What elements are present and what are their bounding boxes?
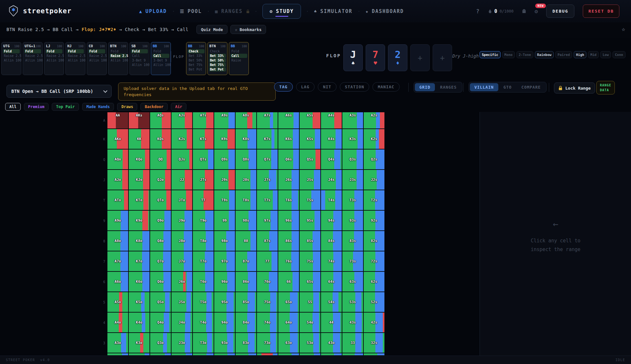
hand-cell-J8o[interactable]: J8o xyxy=(171,231,193,251)
hand-cell-72o[interactable] xyxy=(257,353,278,356)
texture-filter-low[interactable]: Low xyxy=(600,51,611,58)
hand-cell-44[interactable]: 44 xyxy=(321,312,342,333)
hand-cell-QJo[interactable]: QJo xyxy=(150,170,171,190)
position-panel-utg[interactable]: UTG100FoldRaise 2.5Allin 100 xyxy=(1,42,21,75)
hand-cell-43o[interactable]: 43o xyxy=(321,333,342,353)
hand-cell-52o[interactable] xyxy=(299,353,321,356)
settings-control[interactable]: ⚙ NEW xyxy=(535,8,538,15)
board-card[interactable]: J♠ xyxy=(343,44,363,71)
action-option[interactable]: Allin 100 xyxy=(46,58,62,62)
hand-cell-Q2s[interactable]: Q2s xyxy=(363,149,385,170)
hand-cell-84s[interactable]: 84s xyxy=(321,231,342,251)
hand-cell-96s[interactable]: 96s xyxy=(278,210,299,231)
action-option[interactable]: Fold xyxy=(67,49,84,53)
hand-cell-98s[interactable]: 98s xyxy=(235,210,257,231)
mode-compare[interactable]: COMPARE xyxy=(517,83,545,91)
hand-cell-A9o[interactable]: A9o xyxy=(107,210,128,231)
hand-cell-T8o[interactable]: T8o xyxy=(193,231,214,251)
nav-item-ranges[interactable]: ▦RANGES xyxy=(215,8,249,14)
lock-range-button[interactable]: Lock Range xyxy=(554,83,595,94)
hand-cell-82s[interactable]: 82s xyxy=(363,231,385,251)
hand-cell-94o[interactable]: 94o xyxy=(214,312,235,333)
texture-filter-mid[interactable]: Mid xyxy=(588,51,599,58)
hand-cell-AQo[interactable]: AQo xyxy=(107,149,128,170)
hand-cell-A3o[interactable]: A3o xyxy=(107,333,128,353)
hand-cell-75s[interactable]: 75s xyxy=(299,251,321,271)
hand-cell-J7s[interactable]: J7s xyxy=(257,170,278,190)
hand-cell-J5o[interactable]: J5o xyxy=(171,292,193,312)
hand-cell-93o[interactable]: 93o xyxy=(214,333,235,353)
hand-cell-Q9s[interactable]: Q9s xyxy=(214,149,235,170)
hand-cell-99[interactable]: 99 xyxy=(214,210,235,231)
hand-cell-97s[interactable]: 97s xyxy=(257,210,278,231)
add-card-button[interactable]: + xyxy=(410,44,430,71)
hand-cell-T7s[interactable]: T7s xyxy=(257,190,278,210)
hand-cell-AJo[interactable]: AJo xyxy=(107,170,128,190)
hand-cell-AKs[interactable]: AKs xyxy=(128,112,150,129)
hand-cell-J9s[interactable]: J9s xyxy=(214,170,235,190)
hand-cell-A3s[interactable]: A3s xyxy=(342,112,363,129)
position-panel-lj[interactable]: LJ100FoldRaise 2.5Allin 100 xyxy=(44,42,64,75)
hand-cell-K3o[interactable]: K3o xyxy=(128,333,150,353)
hand-cell-92s[interactable]: 92s xyxy=(363,210,385,231)
hand-cell-ATo[interactable]: ATo xyxy=(107,190,128,210)
hand-cell-Q6s[interactable]: Q6s xyxy=(278,149,299,170)
action-option[interactable]: Fold xyxy=(230,49,247,53)
hand-cell-TT[interactable]: TT xyxy=(193,190,214,210)
ghost-icon[interactable] xyxy=(522,9,526,14)
action-option[interactable]: Raise 2.5 xyxy=(24,54,41,58)
hand-cell-J4o[interactable]: J4o xyxy=(171,312,193,333)
position-panel-co[interactable]: CO100FoldRaise 2.5Allin 100 xyxy=(87,42,107,75)
hand-cell-QQ[interactable]: QQ xyxy=(150,149,171,170)
action-option[interactable]: Raise 2.5 xyxy=(110,54,127,58)
hand-cell-J7o[interactable]: J7o xyxy=(171,251,193,271)
position-panel-bb[interactable]: BB100FoldCall3-Bet 9Allin 100 xyxy=(151,42,171,75)
hand-cell-84o[interactable]: 84o xyxy=(235,312,257,333)
action-option[interactable]: Allin 100 xyxy=(24,58,41,62)
hand-cell-KQs[interactable]: KQs xyxy=(150,129,171,149)
scenario-select[interactable]: BTN Open → BB Call (SRP 100bb) xyxy=(6,85,112,98)
hand-cell-97o[interactable]: 97o xyxy=(214,251,235,271)
filter-draws[interactable]: Draws xyxy=(117,103,137,111)
hand-cell-QTo[interactable]: QTo xyxy=(150,190,171,210)
favorite-star-icon[interactable]: ☆ xyxy=(622,26,625,32)
action-option[interactable]: 3-Bet 9 xyxy=(131,58,148,62)
hand-cell-75o[interactable]: 75o xyxy=(257,292,278,312)
hand-cell-K6o[interactable]: K6o xyxy=(128,271,150,292)
position-panel-sb[interactable]: SB100FoldCall3-Bet 9Allin 100 xyxy=(129,42,149,75)
hand-cell-KQo[interactable]: KQo xyxy=(128,149,150,170)
hand-cell-A5o[interactable]: A5o xyxy=(107,292,128,312)
hand-cell-A2s[interactable]: A2s xyxy=(363,112,385,129)
hand-cell-66[interactable]: 66 xyxy=(278,271,299,292)
hand-cell-77[interactable]: 77 xyxy=(257,251,278,271)
hand-cell-85s[interactable]: 85s xyxy=(299,231,321,251)
hand-cell-AA[interactable]: AA xyxy=(107,112,128,129)
hand-cell-85o[interactable]: 85o xyxy=(235,292,257,312)
bookmarks-button[interactable]: ☆Bookmarks xyxy=(230,25,266,34)
action-option[interactable]: Raise 2.5 xyxy=(67,54,84,58)
hand-cell-87o[interactable]: 87o xyxy=(235,251,257,271)
hand-cell-QJs[interactable]: QJs xyxy=(171,149,193,170)
hand-cell-J6s[interactable]: J6s xyxy=(278,170,299,190)
hand-cell-63o[interactable]: 63o xyxy=(278,333,299,353)
hand-cell-T4s[interactable]: T4s xyxy=(321,190,342,210)
hand-cell-T6s[interactable]: T6s xyxy=(278,190,299,210)
hand-cell-T2s[interactable]: T2s xyxy=(363,190,385,210)
hand-cell-Q3o[interactable]: Q3o xyxy=(150,333,171,353)
hand-cell-87s[interactable]: 87s xyxy=(257,231,278,251)
debug-button[interactable]: DEBUG xyxy=(546,5,574,18)
hand-cell-T8s[interactable]: T8s xyxy=(235,190,257,210)
hand-cell-QTs[interactable]: QTs xyxy=(193,149,214,170)
logo[interactable]: streetpoker xyxy=(8,5,72,17)
hand-cell-Q4o[interactable]: Q4o xyxy=(150,312,171,333)
hand-cell-53s[interactable]: 53s xyxy=(342,292,363,312)
hand-cell-94s[interactable]: 94s xyxy=(321,210,342,231)
hand-cell-73s[interactable]: 73s xyxy=(342,251,363,271)
action-option[interactable]: 3-Bet 9 xyxy=(152,58,169,62)
texture-filter-paired[interactable]: Paired xyxy=(555,51,572,58)
action-option[interactable]: Allin 100 xyxy=(88,58,105,62)
nav-item-dashboard[interactable]: ★DASHBOARD xyxy=(365,8,404,14)
texture-filter-high[interactable]: High xyxy=(574,51,586,58)
position-panel-btn[interactable]: BTN100FoldRaise 2.5Allin 100 xyxy=(108,42,128,75)
add-card-button[interactable]: + xyxy=(433,44,452,71)
